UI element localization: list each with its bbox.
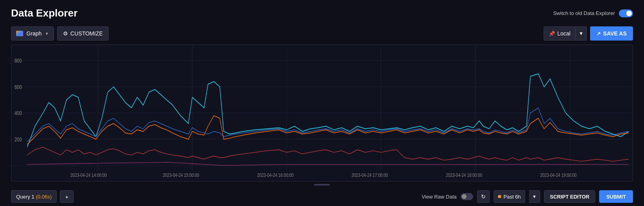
time-dot-icon (498, 195, 501, 198)
local-chevron-icon: ▼ (579, 31, 583, 36)
time-range-chevron-button[interactable]: ▼ (529, 190, 540, 203)
local-chevron-button[interactable]: ▼ (576, 26, 587, 41)
gear-icon: ⚙ (63, 30, 68, 37)
refresh-icon: ↻ (481, 193, 486, 200)
graph-type-button[interactable]: Graph ▼ (11, 26, 54, 41)
drag-handle[interactable] (0, 182, 644, 187)
header: Data Explorer Switch to old Data Explore… (0, 0, 644, 24)
time-chevron-icon: ▼ (532, 194, 537, 199)
save-as-label: SAVE AS (603, 30, 627, 37)
submit-button[interactable]: SUBMIT (599, 190, 633, 203)
header-right: Switch to old Data Explorer (553, 9, 633, 17)
svg-text:600: 600 (15, 84, 22, 90)
view-raw-toggle[interactable] (461, 193, 473, 200)
svg-text:2023-04-24 17:00:00: 2023-04-24 17:00:00 (352, 172, 388, 178)
refresh-button[interactable]: ↻ (477, 190, 490, 203)
svg-text:800: 800 (15, 58, 22, 64)
svg-text:2023-04-24 18:00:00: 2023-04-24 18:00:00 (446, 172, 483, 178)
script-editor-label: SCRIPT EDITOR (550, 194, 589, 200)
svg-text:2023-04-24 16:00:00: 2023-04-24 16:00:00 (257, 172, 294, 178)
customize-button[interactable]: ⚙ CUSTOMIZE (57, 26, 109, 41)
local-button[interactable]: 📌 Local (544, 26, 576, 41)
query-button[interactable]: Query 1 (0.06s) (11, 190, 57, 203)
toolbar: Graph ▼ ⚙ CUSTOMIZE 📌 Local ▼ ↗ SAVE AS (0, 24, 644, 45)
add-query-button[interactable]: + (60, 190, 74, 203)
customize-label: CUSTOMIZE (70, 30, 103, 37)
footer-left: Query 1 (0.06s) + (11, 190, 74, 203)
svg-text:200: 200 (15, 136, 22, 143)
footer: Query 1 (0.06s) + View Raw Data ↻ Past 6… (0, 187, 644, 206)
svg-text:2023-04-24 19:00:00: 2023-04-24 19:00:00 (540, 172, 577, 178)
past6h-label: Past 6h (503, 194, 521, 200)
script-editor-button[interactable]: SCRIPT EDITOR (544, 190, 595, 203)
view-raw-label: View Raw Data (422, 194, 457, 200)
chart-svg: 800 600 400 200 2023-04-24 14:00:00 2023… (11, 45, 633, 181)
graph-label: Graph (26, 30, 42, 37)
chart-container: 800 600 400 200 2023-04-24 14:00:00 2023… (11, 45, 633, 182)
svg-text:2023-04-24 14:00:00: 2023-04-24 14:00:00 (70, 172, 107, 178)
page-title: Data Explorer (11, 7, 78, 19)
pin-icon: 📌 (549, 31, 555, 37)
save-as-button[interactable]: ↗ SAVE AS (590, 26, 633, 41)
drag-handle-bar (314, 184, 330, 186)
save-icon: ↗ (596, 31, 601, 37)
submit-label: SUBMIT (606, 194, 626, 200)
graph-icon (16, 31, 23, 36)
query-label: Query 1 (16, 194, 34, 200)
footer-right: View Raw Data ↻ Past 6h ▼ SCRIPT EDITOR … (422, 190, 633, 203)
add-icon: + (65, 193, 68, 200)
graph-chevron-icon: ▼ (45, 32, 49, 36)
svg-text:2023-04-24 15:00:00: 2023-04-24 15:00:00 (163, 172, 200, 178)
old-explorer-toggle[interactable] (619, 9, 633, 17)
toolbar-right: 📌 Local ▼ ↗ SAVE AS (544, 26, 633, 41)
switch-label: Switch to old Data Explorer (553, 10, 615, 16)
time-range-button[interactable]: Past 6h (494, 190, 525, 203)
local-label: Local (557, 30, 570, 37)
svg-text:400: 400 (15, 110, 22, 117)
toolbar-left: Graph ▼ ⚙ CUSTOMIZE (11, 26, 109, 41)
query-time: (0.06s) (36, 194, 52, 200)
